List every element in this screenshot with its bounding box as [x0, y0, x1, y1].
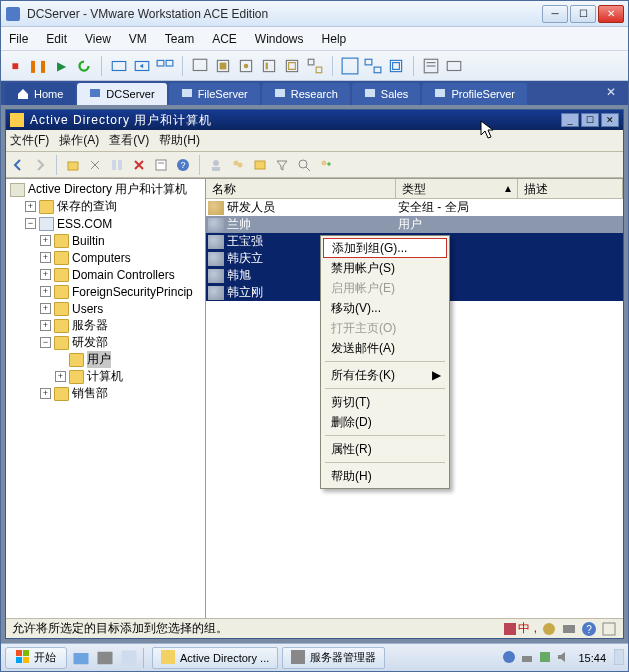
ctx-add-to-group[interactable]: 添加到组(G)...: [323, 238, 447, 258]
ctx-open-homepage[interactable]: 打开主页(O): [323, 318, 447, 338]
tab-research[interactable]: Research: [262, 83, 350, 105]
snapshot-revert-button[interactable]: [132, 56, 152, 76]
appliance-button[interactable]: [444, 56, 464, 76]
snapshot-button[interactable]: [109, 56, 129, 76]
cut-button[interactable]: [85, 155, 105, 175]
tree-computers[interactable]: +Computers: [6, 249, 205, 266]
ctx-all-tasks[interactable]: 所有任务(K)▶: [323, 365, 447, 385]
forward-button[interactable]: [30, 155, 50, 175]
col-name[interactable]: 名称: [206, 179, 396, 198]
mmc-close-button[interactable]: ✕: [601, 113, 619, 127]
mmc-menu-action[interactable]: 操作(A): [59, 132, 99, 149]
collapse-icon[interactable]: −: [25, 218, 36, 229]
ace-button-5[interactable]: [305, 56, 325, 76]
start-button[interactable]: 开始: [5, 647, 67, 669]
quicklaunch-show-desktop[interactable]: [119, 648, 139, 668]
ace-button-3[interactable]: [259, 56, 279, 76]
vmware-close-button[interactable]: ✕: [598, 5, 624, 23]
ctx-cut[interactable]: 剪切(T): [323, 392, 447, 412]
ace-button-2[interactable]: [236, 56, 256, 76]
expand-icon[interactable]: +: [40, 320, 51, 331]
tree-fsp[interactable]: +ForeignSecurityPrincip: [6, 283, 205, 300]
show-console-button[interactable]: [190, 56, 210, 76]
show-hide-console-tree-button[interactable]: [107, 155, 127, 175]
expand-icon[interactable]: +: [40, 235, 51, 246]
properties-button[interactable]: [151, 155, 171, 175]
tree-builtin[interactable]: +Builtin: [6, 232, 205, 249]
taskbar-task-server-manager[interactable]: 服务器管理器: [282, 647, 385, 669]
tab-dcserver[interactable]: DCServer: [77, 83, 166, 105]
ctx-help[interactable]: 帮助(H): [323, 466, 447, 486]
menu-view[interactable]: View: [85, 32, 111, 46]
tray-icon[interactable]: [538, 650, 552, 666]
tree-rnd-users-ou[interactable]: 用户: [6, 351, 205, 368]
snapshot-manager-button[interactable]: [155, 56, 175, 76]
create-group-button[interactable]: [228, 155, 248, 175]
add-to-group-toolbar-button[interactable]: [316, 155, 336, 175]
ctx-enable-account[interactable]: 启用帐户(E): [323, 278, 447, 298]
list-row[interactable]: 研发人员 安全组 - 全局: [206, 199, 623, 216]
menu-help[interactable]: Help: [322, 32, 347, 46]
tab-home[interactable]: Home: [5, 83, 75, 105]
expand-icon[interactable]: +: [40, 286, 51, 297]
tab-profileserver[interactable]: ProfileServer: [422, 83, 527, 105]
menu-team[interactable]: Team: [165, 32, 194, 46]
create-user-button[interactable]: [206, 155, 226, 175]
tray-clock[interactable]: 15:44: [574, 652, 610, 664]
tab-sales[interactable]: Sales: [352, 83, 421, 105]
find-button[interactable]: [294, 155, 314, 175]
reset-button[interactable]: [74, 56, 94, 76]
quicklaunch-explorer[interactable]: [71, 648, 91, 668]
tree-domain[interactable]: −ESS.COM: [6, 215, 205, 232]
expand-icon[interactable]: +: [25, 201, 36, 212]
ctx-move[interactable]: 移动(V)...: [323, 298, 447, 318]
summary-button[interactable]: [421, 56, 441, 76]
help-button[interactable]: ?: [173, 155, 193, 175]
tree-rnd-computers-ou[interactable]: +计算机: [6, 368, 205, 385]
back-button[interactable]: [8, 155, 28, 175]
ctx-send-mail[interactable]: 发送邮件(A): [323, 338, 447, 358]
menu-vm[interactable]: VM: [129, 32, 147, 46]
poweron-button[interactable]: ▶: [51, 56, 71, 76]
tree-servers-ou[interactable]: +服务器: [6, 317, 205, 334]
list-row[interactable]: 兰帅 用户: [206, 216, 623, 233]
suspend-button[interactable]: ❚❚: [28, 56, 48, 76]
up-button[interactable]: [63, 155, 83, 175]
ctx-disable-account[interactable]: 禁用帐户(S): [323, 258, 447, 278]
vmware-minimize-button[interactable]: ─: [542, 5, 568, 23]
tree-saved-queries[interactable]: +保存的查询: [6, 198, 205, 215]
ace-button-1[interactable]: [213, 56, 233, 76]
fullscreen-button[interactable]: [340, 56, 360, 76]
collapse-icon[interactable]: −: [40, 337, 51, 348]
tray-network-icon[interactable]: [520, 650, 534, 666]
mmc-menu-help[interactable]: 帮助(H): [159, 132, 200, 149]
tree-sales-ou[interactable]: +销售部: [6, 385, 205, 402]
mmc-minimize-button[interactable]: _: [561, 113, 579, 127]
tree-rnd-ou[interactable]: −研发部: [6, 334, 205, 351]
col-desc[interactable]: 描述: [518, 179, 623, 198]
quickswitch-button[interactable]: [363, 56, 383, 76]
tab-fileserver[interactable]: FileServer: [169, 83, 260, 105]
quicklaunch-server-manager[interactable]: [95, 648, 115, 668]
menu-ace[interactable]: ACE: [212, 32, 237, 46]
ctx-delete[interactable]: 删除(D): [323, 412, 447, 432]
expand-icon[interactable]: +: [55, 371, 66, 382]
mmc-menu-view[interactable]: 查看(V): [109, 132, 149, 149]
tree-root[interactable]: Active Directory 用户和计算机: [6, 181, 205, 198]
menu-edit[interactable]: Edit: [46, 32, 67, 46]
expand-icon[interactable]: +: [40, 388, 51, 399]
poweroff-button[interactable]: ■: [5, 56, 25, 76]
mmc-menu-file[interactable]: 文件(F): [10, 132, 49, 149]
create-ou-button[interactable]: [250, 155, 270, 175]
tray-icon[interactable]: [502, 650, 516, 666]
delete-button[interactable]: [129, 155, 149, 175]
menu-file[interactable]: File: [9, 32, 28, 46]
vmware-maximize-button[interactable]: ☐: [570, 5, 596, 23]
tree-users-container[interactable]: +Users: [6, 300, 205, 317]
expand-icon[interactable]: +: [40, 303, 51, 314]
tree-pane[interactable]: Active Directory 用户和计算机 +保存的查询 −ESS.COM …: [6, 179, 206, 618]
unity-button[interactable]: [386, 56, 406, 76]
ctx-properties[interactable]: 属性(R): [323, 439, 447, 459]
taskbar-task-ad[interactable]: Active Directory ...: [152, 647, 278, 669]
filter-button[interactable]: [272, 155, 292, 175]
